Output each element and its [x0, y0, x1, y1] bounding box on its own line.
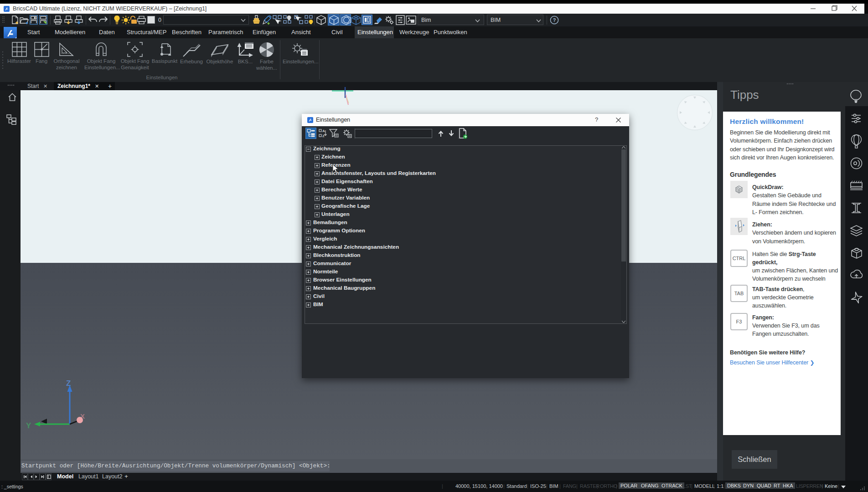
svg-text:?: ? [553, 17, 556, 23]
svg-text:A: A [322, 129, 325, 133]
svg-text:Z: Z [322, 134, 325, 138]
svg-text:Y: Y [26, 421, 31, 430]
